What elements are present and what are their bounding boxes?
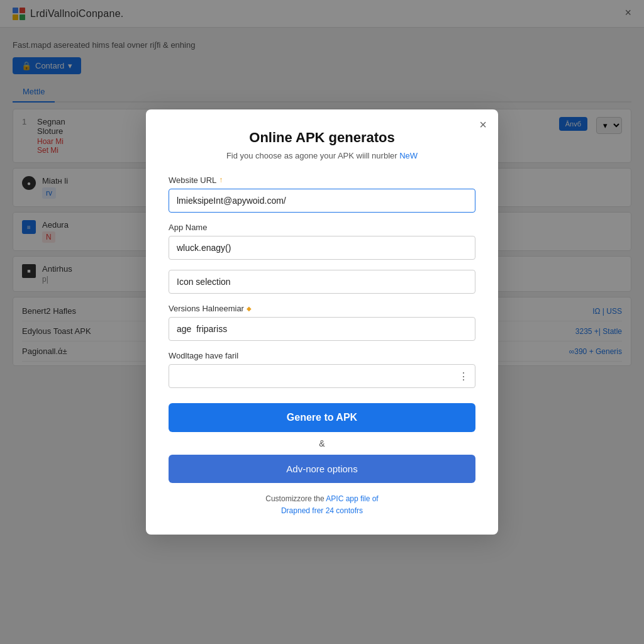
modal-close-button[interactable]: × [479,118,487,131]
footer-link2[interactable]: Drapned frer 24 contofrs [281,506,363,515]
icon-selection-input[interactable] [169,270,475,294]
version-name-group: Versions Halneemiar ◆ [169,304,475,341]
apk-generator-modal: × Online APK generatos Fid you choose as… [146,109,498,535]
footer-text: Customizzore the APIC app file of [265,494,378,503]
website-url-group: Website URL ↑ [169,175,475,213]
footer-link1[interactable]: APIC app file of [326,494,378,503]
app-name-group: App Name [169,223,475,260]
modal-overlay: × Online APK generatos Fid you choose as… [0,0,644,644]
version-name-input[interactable] [169,317,475,341]
worldtage-input-wrapper: ⋮ [169,364,475,388]
modal-footer: Customizzore the APIC app file of Drapne… [169,493,475,517]
app-name-input[interactable] [169,236,475,260]
modal-subtitle-link[interactable]: NeW [399,151,418,160]
website-url-label: Website URL ↑ [169,175,475,185]
worldtage-input[interactable] [169,364,475,388]
worldtage-label: Wodltage have faril [169,351,475,360]
icon-selection-group [169,270,475,294]
tip-icon2: ◆ [247,305,252,312]
version-name-label: Versions Halneemiar ◆ [169,304,475,313]
tip-icon: ↑ [219,175,223,184]
more-options-icon[interactable]: ⋮ [458,370,469,382]
or-divider: & [169,438,475,448]
modal-title: Online APK generatos [169,130,475,146]
app-name-label: App Name [169,223,475,232]
modal-subtitle: Fid you choose as agone your APK wiill n… [169,151,475,160]
generate-apk-button[interactable]: Genere to APK [169,403,475,432]
advanced-options-button[interactable]: Adv-nore options [169,455,475,483]
website-url-input[interactable] [169,189,475,213]
worldtage-group: Wodltage have faril ⋮ [169,351,475,388]
